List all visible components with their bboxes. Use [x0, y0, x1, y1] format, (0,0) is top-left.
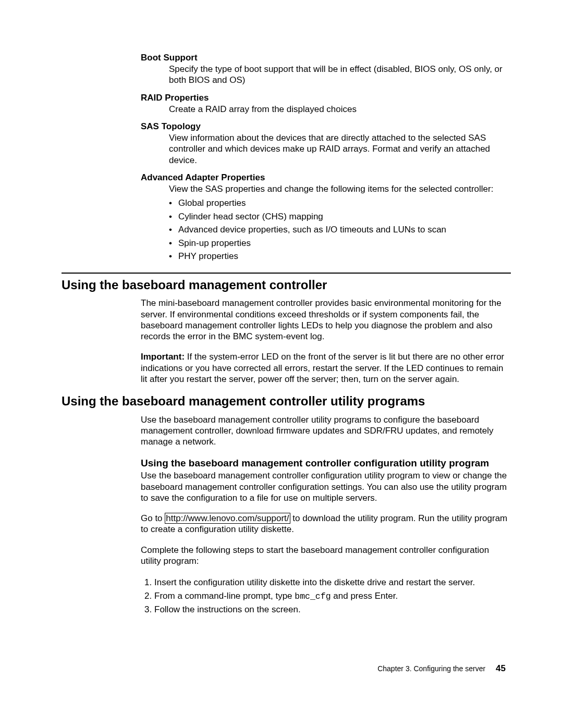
definition-sas-topology: SAS Topology View information about the …: [141, 121, 511, 166]
list-item: Spin-up properties: [169, 237, 511, 250]
definition-desc: View information about the devices that …: [169, 132, 511, 166]
list-item: Advanced device properties, such as I/O …: [169, 223, 511, 237]
list-item: Cylinder head sector (CHS) mapping: [169, 210, 511, 224]
definition-term: RAID Properties: [141, 92, 511, 104]
definition-term: Advanced Adapter Properties: [141, 172, 511, 183]
definition-desc: View the SAS properties and change the f…: [169, 183, 511, 194]
list-item: Follow the instructions on the screen.: [154, 603, 511, 616]
important-label: Important:: [141, 352, 185, 362]
definition-term: SAS Topology: [141, 121, 511, 132]
definition-desc: Create a RAID array from the displayed c…: [169, 104, 511, 115]
paragraph: The mini-baseboard management controller…: [141, 298, 511, 342]
advanced-adapter-bullets: Global properties Cylinder head sector (…: [169, 196, 511, 263]
definition-advanced-adapter: Advanced Adapter Properties View the SAS…: [141, 172, 511, 263]
list-item: From a command-line prompt, type bmc_cfg…: [154, 589, 511, 603]
section-divider: [62, 273, 511, 274]
paragraph: Complete the following steps to start th…: [141, 545, 511, 567]
paragraph: Use the baseboard management controller …: [141, 470, 511, 503]
important-text: If the system-error LED on the front of …: [141, 352, 504, 384]
paragraph-with-link: Go to http://www.lenovo.com/support/ to …: [141, 513, 511, 535]
definition-desc: Specify the type of boot support that wi…: [169, 64, 511, 86]
definition-boot-support: Boot Support Specify the type of boot su…: [141, 52, 511, 86]
important-note: Important: If the system-error LED on th…: [141, 351, 511, 385]
support-link[interactable]: http://www.lenovo.com/support/: [165, 513, 290, 524]
heading-bmc: Using the baseboard management controlle…: [62, 278, 511, 293]
list-item: PHY properties: [169, 250, 511, 263]
page-footer: Chapter 3. Configuring the server 45: [62, 663, 511, 674]
code-inline: bmc_cfg: [295, 591, 331, 601]
chapter-label: Chapter 3. Configuring the server: [377, 664, 485, 673]
subheading-config-utility: Using the baseboard management controlle…: [141, 457, 511, 470]
step-text-post: and press Enter.: [331, 591, 398, 601]
page-number: 45: [496, 663, 506, 673]
steps-list: Insert the configuration utility diskett…: [141, 576, 511, 616]
definition-term: Boot Support: [141, 52, 511, 64]
heading-bmc-utility: Using the baseboard management controlle…: [62, 394, 511, 409]
list-item: Insert the configuration utility diskett…: [154, 576, 511, 589]
definition-raid-properties: RAID Properties Create a RAID array from…: [141, 92, 511, 115]
list-item: Global properties: [169, 196, 511, 210]
paragraph: Use the baseboard management controller …: [141, 414, 511, 448]
text-before-link: Go to: [141, 513, 165, 523]
step-text: From a command-line prompt, type: [154, 591, 295, 601]
document-page: Boot Support Specify the type of boot su…: [0, 0, 563, 705]
